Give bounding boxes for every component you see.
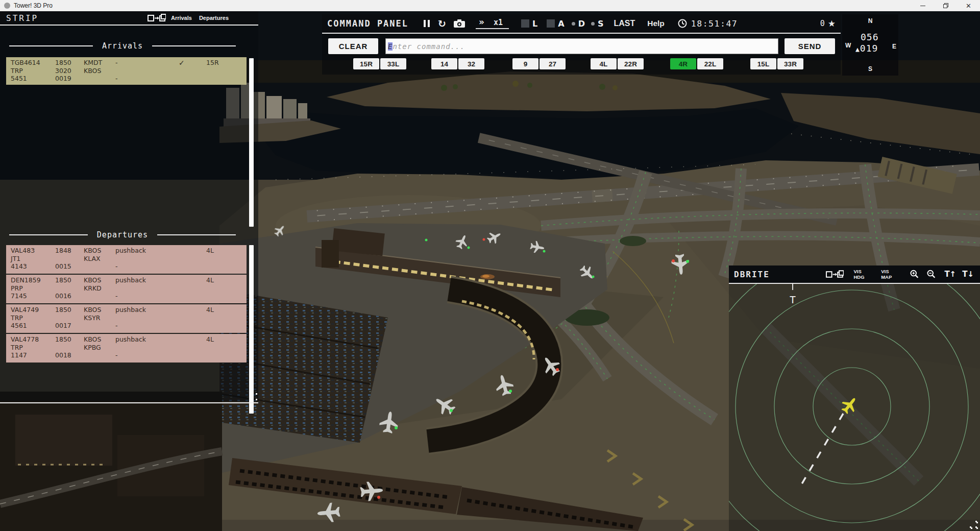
toggle-d-label: D (578, 19, 585, 29)
tower-marker-label: T (790, 294, 796, 306)
strip-slot: 0018 (55, 351, 71, 359)
sim-speed-label: x1 (494, 19, 503, 27)
toggle-l-box (521, 19, 529, 28)
runway-button-15R[interactable]: 15R (353, 58, 379, 69)
camera-icon[interactable] (453, 19, 465, 28)
toggle-s[interactable]: S (591, 19, 604, 29)
dbrite-panel: DBRITE VIS HDG VIS MAP T↑ T↓ (729, 266, 980, 531)
compass-east: E (892, 43, 896, 50)
vis-hdg-button[interactable]: VIS HDG (854, 269, 873, 280)
departure-strip[interactable]: VAL4749 1850 KBOS pushback 4L TRP KSYR 4… (6, 304, 247, 333)
strip-altitude: 3020 (55, 67, 71, 75)
zoom-in-icon[interactable] (910, 269, 919, 279)
popout-icon[interactable] (148, 13, 166, 22)
window-titlebar: Tower! 3D Pro ✕ (0, 0, 980, 11)
score-value: 0 (820, 19, 825, 28)
strip-time: 1850 (55, 59, 71, 66)
strip-squawk: 4143 (11, 262, 27, 270)
strip-panel: STRIP Arrivals Departures Arrivals TGB46… (0, 11, 258, 403)
window-title: Tower! 3D Pro (14, 2, 53, 9)
runway-button-15L[interactable]: 15L (750, 58, 776, 69)
strip-panel-header[interactable]: STRIP Arrivals Departures (0, 11, 258, 25)
runway-button-32[interactable]: 32 (458, 58, 484, 69)
radar-aircraft-icon[interactable] (839, 394, 861, 416)
strip-runway: 4L (206, 247, 214, 254)
minimize-icon (920, 6, 925, 6)
toggle-a[interactable]: A (547, 19, 564, 29)
zoom-out-icon[interactable] (926, 269, 936, 279)
screen-resize-grip[interactable] (971, 522, 978, 529)
strip-squawk: 1147 (11, 351, 27, 359)
close-icon: ✕ (966, 2, 971, 10)
tab-arrivals[interactable]: Arrivals (171, 15, 192, 21)
arrivals-scrollbar[interactable] (249, 58, 254, 227)
runway-pair-14-32: 14 32 (431, 58, 484, 69)
strip-resize-grip[interactable] (250, 393, 257, 400)
pause-icon[interactable] (424, 20, 430, 27)
help-button[interactable]: Help (647, 19, 665, 28)
radar-render: T (729, 284, 980, 531)
departures-scrollbar[interactable] (249, 245, 254, 414)
departure-strip[interactable]: VAL4778 1850 KBOS pushback 4L TRP KPBG 1… (6, 334, 247, 363)
departure-strip[interactable]: DEN1859 1850 KBOS pushback 4L PRP KRKD 7… (6, 275, 247, 303)
runway-pair-4L-22R: 4L 22R (591, 58, 644, 69)
command-panel: COMMAND PANEL ↻ » x1 L A D S LAST (322, 14, 841, 75)
runway-button-22L[interactable]: 22L (697, 58, 723, 69)
fast-forward-icon: » (479, 18, 484, 27)
last-button[interactable]: LAST (614, 19, 635, 28)
strip-runway: 4L (206, 335, 214, 343)
strip-slot: 0017 (55, 322, 71, 329)
arrival-strip[interactable]: TGB4614 1850 KMDT - ✓ 15R TRP 3020 KBOS … (6, 57, 247, 85)
text-size-down-button[interactable]: T↓ (962, 270, 974, 279)
runway-button-14[interactable]: 14 (431, 58, 457, 69)
runway-pair-4R-22L: 4R 22L (670, 58, 723, 69)
departure-strip[interactable]: VAL483 1848 KBOS pushback 4L JT1 KLAX 41… (6, 245, 247, 274)
toggle-a-box (547, 19, 555, 28)
send-button[interactable]: SEND (785, 38, 835, 54)
compass-south: S (868, 65, 872, 73)
popout-icon[interactable] (826, 270, 844, 279)
tab-departures[interactable]: Departures (199, 15, 229, 21)
strip-operator: JT1 (11, 255, 20, 262)
vis-map-button[interactable]: VIS MAP (881, 269, 900, 280)
toggle-d[interactable]: D (572, 19, 585, 29)
runway-button-9[interactable]: 9 (512, 58, 538, 69)
strip-origin: KBOS (84, 306, 101, 313)
replay-icon[interactable]: ↻ (438, 18, 446, 29)
strip-destination: KPBG (84, 344, 101, 351)
runway-button-4L[interactable]: 4L (591, 58, 617, 69)
clear-button[interactable]: CLEAR (328, 38, 378, 54)
arrivals-header-label: Arrivals (102, 41, 143, 51)
close-button[interactable]: ✕ (957, 0, 980, 11)
radar-display[interactable]: T (729, 284, 980, 531)
text-size-up-button[interactable]: T↑ (944, 270, 956, 279)
clock-icon (678, 19, 687, 28)
toggle-l[interactable]: L (521, 19, 537, 29)
strip-time: 1850 (55, 306, 71, 313)
strip-callsign: TGB4614 (11, 59, 40, 66)
strip-dash: - (115, 59, 118, 66)
strip-status: pushback (115, 335, 146, 343)
runway-button-33L[interactable]: 33L (380, 58, 406, 69)
wind-speed: ▲019 (855, 43, 878, 54)
dbrite-title: DBRITE (734, 270, 770, 279)
strip-origin: KBOS (84, 335, 101, 343)
dbrite-header[interactable]: DBRITE VIS HDG VIS MAP T↑ T↓ (729, 266, 980, 283)
wind-compass: N S W E 056 ▲019 (842, 14, 898, 76)
strip-runway: 15R (206, 59, 219, 66)
restore-button[interactable] (934, 0, 957, 11)
strip-runway: 4L (206, 276, 214, 284)
strip-dash: - (115, 292, 118, 300)
minimize-button[interactable] (911, 0, 934, 11)
arrivals-section-header: Arrivals (0, 40, 245, 52)
strip-operator: TRP (11, 314, 23, 322)
command-input[interactable]: Enter command... (385, 38, 778, 54)
sim-speed-control[interactable]: » x1 (476, 18, 509, 29)
strip-destination: KSYR (84, 314, 100, 322)
wind-arrow-icon: ▲ (855, 45, 860, 53)
runway-button-22R[interactable]: 22R (618, 58, 644, 69)
runway-button-4R[interactable]: 4R (670, 58, 696, 69)
strip-callsign: VAL4778 (11, 335, 39, 343)
runway-button-27[interactable]: 27 (540, 58, 566, 69)
runway-button-33R[interactable]: 33R (777, 58, 803, 69)
